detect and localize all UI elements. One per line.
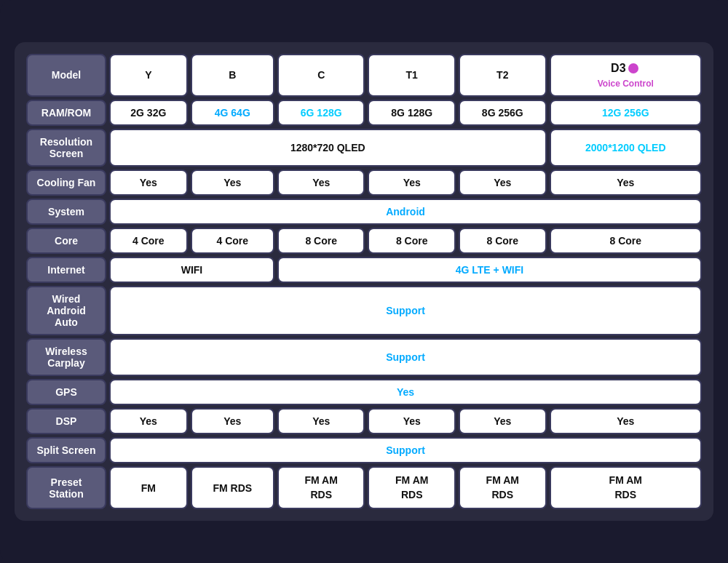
table-row: GPS Yes [26,379,702,405]
cell-core-b: 4 Core [191,228,274,254]
table-row: DSP Yes Yes Yes Yes Yes Yes [26,408,702,434]
row-label-wireless-carplay: Wireless Carplay [26,338,106,376]
cell-model-d3: D3 Voice Control [550,54,702,97]
cell-system-all: Android [109,199,702,225]
row-label-cooling: Cooling Fan [26,169,106,196]
cell-resolution-standard: 1280*720 QLED [109,129,547,167]
row-label-resolution: Resolution Screen [26,129,106,167]
row-label-wired-auto: Wired Android Auto [26,286,106,335]
cell-model-t1: T1 [368,54,456,97]
resolution-standard-text: 1280*720 QLED [290,142,365,153]
cell-preset-b: FM RDS [191,466,274,509]
cell-cooling-c: Yes [277,169,365,196]
cell-resolution-d3: 2000*1200 QLED [550,129,702,167]
table-row: Model Y B C T1 T2 D3 Voice Control [26,54,702,97]
row-label-ram: RAM/ROM [26,100,106,126]
cell-core-t1: 8 Core [368,228,456,254]
table-row: Wired Android Auto Support [26,286,702,335]
cell-core-y: 4 Core [109,228,188,254]
spec-table: Model Y B C T1 T2 D3 Voice Control [23,51,705,513]
table-row: System Android [26,199,702,225]
cell-ram-t1: 8G 128G [368,100,456,126]
row-label-core: Core [26,228,106,254]
cell-ram-t2: 8G 256G [459,100,547,126]
cell-cooling-b: Yes [191,169,274,196]
cell-preset-c: FM AM RDS [277,466,365,509]
cell-core-c: 8 Core [277,228,365,254]
row-label-model: Model [26,54,106,97]
cell-ram-d3: 12G 256G [550,100,702,126]
cell-dsp-y: Yes [109,408,188,434]
cell-dsp-d3: Yes [550,408,702,434]
cell-gps-all: Yes [109,379,702,405]
cell-dsp-t1: Yes [368,408,456,434]
cell-dsp-t2: Yes [459,408,547,434]
cell-split-screen-all: Support [109,437,702,463]
cell-preset-t2: FM AM RDS [459,466,547,509]
row-label-preset-station: Preset Station [26,466,106,509]
cell-wired-auto-all: Support [109,286,702,335]
table-row: Split Screen Support [26,437,702,463]
cell-ram-b: 4G 64G [191,100,274,126]
table-wrapper: Model Y B C T1 T2 D3 Voice Control [15,42,713,522]
table-row: Resolution Screen 1280*720 QLED 2000*120… [26,129,702,167]
cell-dsp-b: Yes [191,408,274,434]
cell-ram-y: 2G 32G [109,100,188,126]
cell-cooling-t1: Yes [368,169,456,196]
cell-cooling-t2: Yes [459,169,547,196]
table-row: RAM/ROM 2G 32G 4G 64G 6G 128G 8G 128G 8G… [26,100,702,126]
cell-core-t2: 8 Core [459,228,547,254]
table-row: Cooling Fan Yes Yes Yes Yes Yes Yes [26,169,702,196]
row-label-split-screen: Split Screen [26,437,106,463]
cell-cooling-d3: Yes [550,169,702,196]
cell-model-c: C [277,54,365,97]
row-label-dsp: DSP [26,408,106,434]
cell-preset-d3: FM AM RDS [550,466,702,509]
row-label-system: System [26,199,106,225]
table-row: Core 4 Core 4 Core 8 Core 8 Core 8 Core … [26,228,702,254]
cell-core-d3: 8 Core [550,228,702,254]
d3-label: D3 [611,62,625,74]
cell-preset-y: FM [109,466,188,509]
row-label-internet: Internet [26,257,106,283]
table-row: Wireless Carplay Support [26,338,702,376]
row-label-gps: GPS [26,379,106,405]
voice-icon [628,63,638,73]
table-row: Preset Station FM FM RDS FM AM RDS FM AM… [26,466,702,509]
cell-ram-c: 6G 128G [277,100,365,126]
cell-cooling-y: Yes [109,169,188,196]
table-row: Internet WIFI 4G LTE + WIFI [26,257,702,283]
cell-wireless-carplay-all: Support [109,338,702,376]
cell-model-b: B [191,54,274,97]
cell-preset-t1: FM AM RDS [368,466,456,509]
page-container: Model Y B C T1 T2 D3 Voice Control [0,0,728,563]
cell-model-t2: T2 [459,54,547,97]
cell-dsp-c: Yes [277,408,365,434]
cell-internet-4g: 4G LTE + WIFI [277,257,702,283]
cell-internet-wifi: WIFI [109,257,274,283]
voice-control-label: Voice Control [598,79,654,89]
cell-model-y: Y [109,54,188,97]
